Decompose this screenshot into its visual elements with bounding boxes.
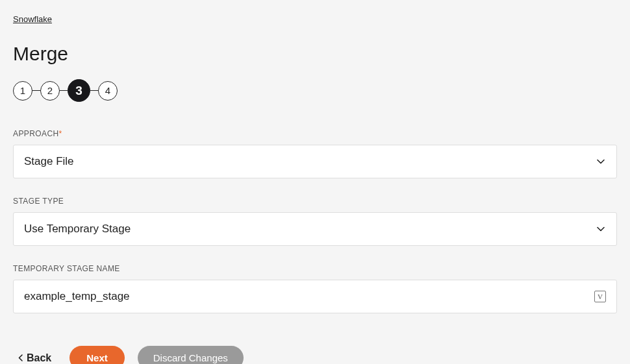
step-connector xyxy=(60,90,68,91)
stepper: 1 2 3 4 xyxy=(13,79,617,102)
chevron-down-icon xyxy=(596,224,606,234)
back-button-label: Back xyxy=(27,352,51,364)
chevron-left-icon xyxy=(18,354,23,361)
page-title: Merge xyxy=(13,43,617,65)
chevron-down-icon xyxy=(596,156,606,167)
temp-stage-name-input-wrapper: V xyxy=(13,280,617,313)
approach-select-value: Stage File xyxy=(24,155,596,168)
step-1[interactable]: 1 xyxy=(13,81,32,101)
form-group-stage-type: STAGE TYPE Use Temporary Stage xyxy=(13,197,617,246)
breadcrumb-snowflake[interactable]: Snowflake xyxy=(13,14,52,24)
temp-stage-name-input[interactable] xyxy=(24,290,594,303)
step-3[interactable]: 3 xyxy=(68,79,90,102)
discard-changes-button[interactable]: Discard Changes xyxy=(138,346,244,364)
form-group-approach: APPROACH* Stage File xyxy=(13,129,617,178)
approach-label-text: APPROACH xyxy=(13,129,59,138)
step-4[interactable]: 4 xyxy=(98,81,118,101)
back-button[interactable]: Back xyxy=(13,350,57,365)
approach-select[interactable]: Stage File xyxy=(13,145,617,178)
required-asterisk: * xyxy=(59,129,62,138)
step-connector xyxy=(90,90,98,91)
stage-type-select-value: Use Temporary Stage xyxy=(24,223,596,236)
step-2[interactable]: 2 xyxy=(40,81,60,101)
stage-type-label: STAGE TYPE xyxy=(13,197,617,206)
variable-badge-icon[interactable]: V xyxy=(594,291,606,302)
approach-label: APPROACH* xyxy=(13,129,617,138)
button-row: Back Next Discard Changes xyxy=(13,346,617,364)
step-connector xyxy=(32,90,40,91)
form-group-temp-stage-name: TEMPORARY STAGE NAME V xyxy=(13,264,617,313)
next-button[interactable]: Next xyxy=(69,346,125,364)
stage-type-select[interactable]: Use Temporary Stage xyxy=(13,212,617,246)
temp-stage-name-label: TEMPORARY STAGE NAME xyxy=(13,264,617,273)
